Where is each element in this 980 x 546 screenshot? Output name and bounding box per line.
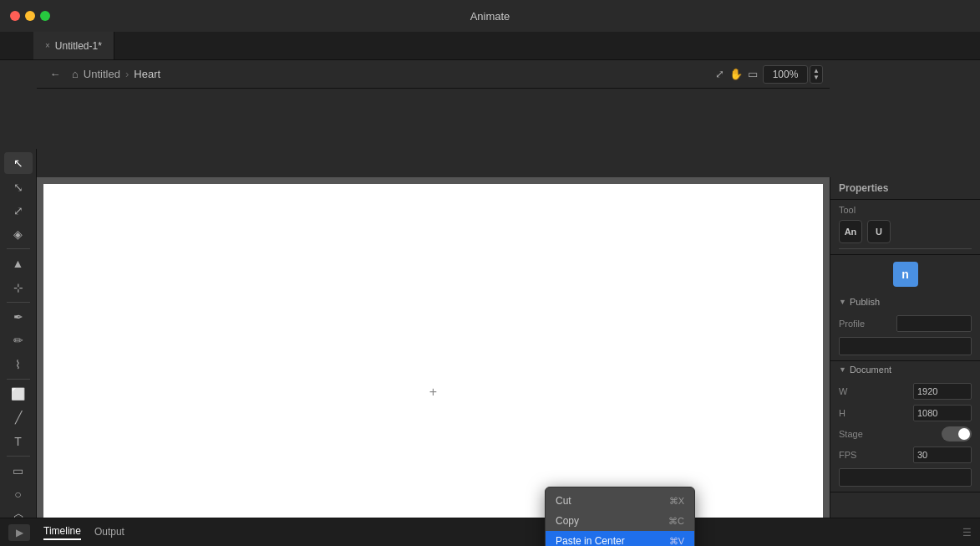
panel-header: Properties — [830, 177, 980, 200]
app-title: Animate — [470, 10, 510, 23]
height-input[interactable] — [913, 405, 972, 421]
fps-label: FPS — [839, 450, 856, 460]
stage-toggle[interactable] — [942, 426, 972, 441]
tool-pencil[interactable]: ✏ — [4, 329, 33, 351]
traffic-lights — [10, 11, 50, 21]
tab-untitled[interactable]: × Untitled-1* — [33, 32, 114, 59]
profile-row: Profile — [839, 315, 972, 332]
main-layout: ↖ ⤡ ⤢ ◈ ▲ ⊹ ✒ ✏ ⌇ ⬜ ╱ T ▭ ○ ⬡ ✋ ≈ ⊕ + Cu… — [0, 149, 980, 546]
canvas-area[interactable]: + Cut ⌘X Copy ⌘C Paste in Center ⌘V Past… — [37, 177, 830, 546]
fullscreen-button[interactable] — [40, 11, 50, 21]
tool-label: Tool — [839, 205, 856, 215]
breadcrumb-separator: › — [125, 68, 129, 80]
title-bar: Animate — [0, 0, 980, 32]
bottom-bar: ▶ Timeline Output ☰ — [0, 518, 980, 546]
tool-divider-3 — [7, 379, 30, 380]
context-menu: Cut ⌘X Copy ⌘C Paste in Center ⌘V Paste … — [545, 487, 695, 546]
document-section: W H Stage FPS — [830, 378, 980, 492]
breadcrumb-home-icon: ⌂ — [72, 68, 79, 80]
zoom-area: ⤢ ✋ ▭ ▲ ▼ — [715, 65, 823, 84]
publish-section-header[interactable]: ▼ Publish — [830, 293, 980, 310]
nub-section: n — [830, 255, 980, 293]
tool-free-transform[interactable]: ⤢ — [4, 200, 33, 222]
left-toolbar: ↖ ⤡ ⤢ ◈ ▲ ⊹ ✒ ✏ ⌇ ⬜ ╱ T ▭ ○ ⬡ ✋ ≈ ⊕ — [0, 149, 37, 546]
tab-close-icon[interactable]: × — [45, 41, 50, 50]
profile-input[interactable] — [896, 315, 972, 332]
height-label: H — [839, 408, 845, 418]
frame-icon: ▭ — [748, 68, 758, 80]
hand-icon: ✋ — [729, 68, 743, 80]
document-section-header[interactable]: ▼ Document — [830, 361, 980, 378]
minimize-button[interactable] — [25, 11, 35, 21]
width-label: W — [839, 386, 847, 396]
ctx-cut[interactable]: Cut ⌘X — [546, 491, 694, 511]
back-button[interactable]: ← — [43, 64, 67, 84]
tool-gradient[interactable]: ◈ — [4, 223, 33, 245]
publish-section: Profile — [830, 310, 980, 361]
tool-oval[interactable]: ○ — [4, 483, 33, 505]
width-input[interactable] — [913, 383, 972, 400]
tool-paint-bucket[interactable]: ▲ — [4, 253, 33, 274]
right-panel: Properties Tool An U n ▼ Publish Profile — [830, 177, 980, 546]
ctx-copy-shortcut: ⌘C — [668, 516, 684, 527]
tool-row: Tool — [839, 205, 972, 215]
zoom-stepper[interactable]: ▲ ▼ — [810, 65, 823, 84]
document-chevron: ▼ — [839, 365, 846, 374]
tab-bar: × Untitled-1* — [0, 32, 980, 60]
ctx-cut-shortcut: ⌘X — [669, 496, 684, 507]
profile-label: Profile — [839, 319, 865, 329]
width-row: W — [839, 383, 972, 400]
tool-icon-u[interactable]: U — [867, 220, 891, 243]
stage-label: Stage — [839, 429, 863, 439]
publish-chevron: ▼ — [839, 298, 846, 306]
fps-row: FPS — [839, 446, 972, 463]
nub-icon: n — [893, 262, 918, 287]
tab-label: Untitled-1* — [55, 40, 102, 52]
panel-tool-section: Tool An U — [830, 200, 980, 255]
close-button[interactable] — [10, 11, 20, 21]
video-icon: ▶ — [8, 524, 30, 541]
breadcrumb: ⌂ Untitled › Heart — [72, 68, 160, 80]
tool-eyedropper[interactable]: ⊹ — [4, 277, 33, 299]
tool-divider-2 — [7, 302, 30, 303]
breadcrumb-current: Heart — [134, 68, 160, 80]
tool-brush[interactable]: ⌇ — [4, 354, 33, 375]
bottom-right: ☰ — [962, 527, 972, 538]
document-label: Document — [850, 365, 891, 375]
tool-line[interactable]: ╱ — [4, 406, 33, 428]
tool-rectangle[interactable]: ▭ — [4, 460, 33, 482]
tool-divider-1 — [7, 248, 30, 249]
tab-timeline[interactable]: Timeline — [43, 525, 81, 540]
ctx-cut-label: Cut — [556, 495, 571, 507]
ctx-paste-center[interactable]: Paste in Center ⌘V — [546, 531, 694, 546]
ctx-copy-label: Copy — [556, 515, 579, 527]
tool-eraser[interactable]: ⬜ — [4, 383, 33, 405]
tool-select[interactable]: ↖ — [4, 152, 33, 174]
tool-divider-4 — [7, 456, 30, 457]
move-icon: ⤢ — [715, 68, 724, 80]
height-row: H — [839, 405, 972, 421]
ctx-paste-center-shortcut: ⌘V — [669, 536, 684, 547]
publish-label: Publish — [850, 297, 880, 307]
tool-text[interactable]: T — [4, 431, 33, 452]
tool-icon-an[interactable]: An — [839, 220, 862, 243]
ctx-copy[interactable]: Copy ⌘C — [546, 511, 694, 531]
tool-subselect[interactable]: ⤡ — [4, 176, 33, 197]
crosshair-icon: + — [429, 385, 437, 400]
ctx-paste-center-label: Paste in Center — [556, 535, 625, 546]
secondary-toolbar: ← ⌂ Untitled › Heart ⤢ ✋ ▭ ▲ ▼ — [37, 60, 830, 89]
stage-row: Stage — [839, 426, 972, 441]
tab-output[interactable]: Output — [94, 526, 124, 539]
canvas-stage[interactable]: + — [43, 184, 823, 546]
tool-pen[interactable]: ✒ — [4, 306, 33, 328]
breadcrumb-parent[interactable]: Untitled — [84, 68, 120, 80]
zoom-input[interactable] — [763, 65, 808, 84]
bottom-menu-icon[interactable]: ☰ — [962, 527, 972, 538]
fps-input[interactable] — [913, 446, 972, 463]
